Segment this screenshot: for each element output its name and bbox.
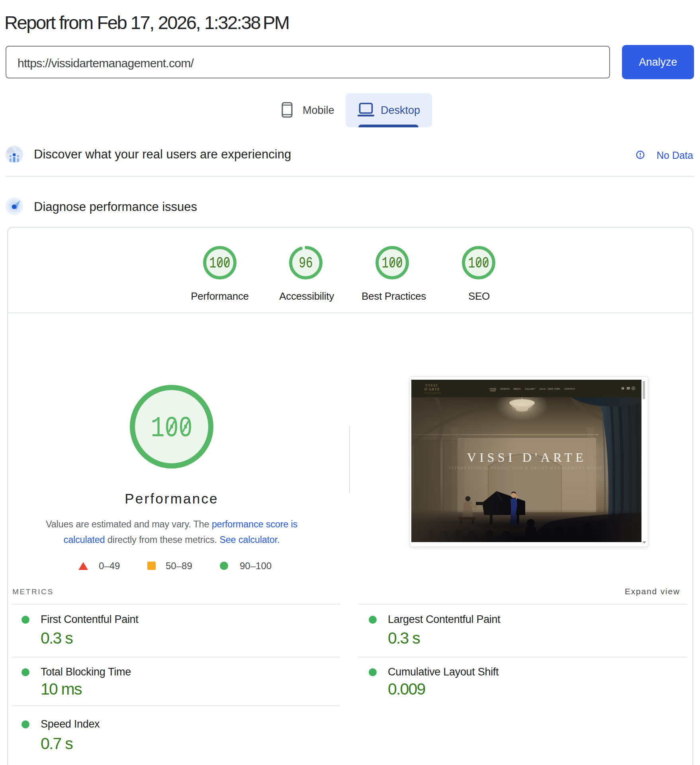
svg-text:HOME: HOME [490, 388, 497, 390]
svg-text:GALLERY: GALLERY [525, 388, 536, 390]
svg-text:GALA - NEW YORK: GALA - NEW YORK [540, 388, 560, 390]
svg-text:VISSI: VISSI [425, 383, 438, 387]
svg-text:100: 100 [151, 412, 193, 445]
svg-text:EVENTS: EVENTS [501, 388, 510, 390]
svg-text:MANAGEMENT: MANAGEMENT [425, 392, 441, 394]
svg-text:D'ARTE: D'ARTE [424, 387, 440, 391]
svg-text:INTERNATIONAL PRODUCTION & ART: INTERNATIONAL PRODUCTION & ARTIST MANAGE… [449, 466, 603, 470]
svg-text:VISSI D'ARTE: VISSI D'ARTE [467, 450, 587, 464]
svg-text:96: 96 [299, 255, 313, 272]
svg-text:MEDIA: MEDIA [514, 388, 521, 390]
svg-text:CONTACT: CONTACT [564, 388, 575, 390]
